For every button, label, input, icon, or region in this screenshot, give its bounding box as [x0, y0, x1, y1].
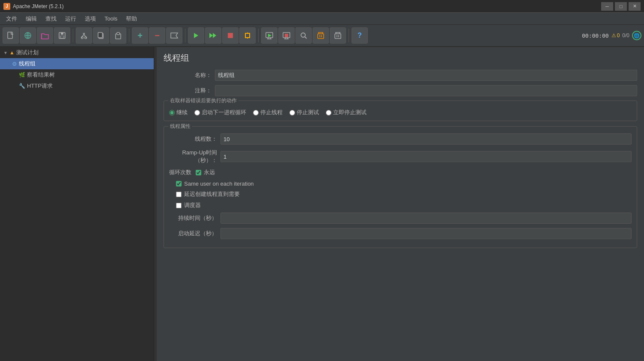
loop-forever-item[interactable]: 永远 [196, 169, 215, 176]
menu-edit[interactable]: 编辑 [21, 13, 41, 24]
copy-button[interactable] [93, 27, 109, 44]
same-user-label: Same user on each iteration [184, 180, 254, 187]
svg-marker-27 [268, 34, 271, 37]
sidebar-item-label-view-results: 察看结果树 [27, 71, 55, 79]
menu-options[interactable]: 选项 [80, 13, 100, 24]
error-count: 0/0 [622, 33, 629, 38]
loop-count-label: 循环次数 [169, 169, 191, 176]
action-stop-test-now-label: 立即停止测试 [333, 109, 367, 116]
toolbar: + − ? 00:00:00 ⚠ 0 [0, 25, 644, 47]
svg-rect-0 [8, 32, 12, 38]
comment-row: 注释： [164, 85, 637, 96]
delay-thread-item[interactable]: 延迟创建线程直到需要 [176, 190, 632, 198]
save-button[interactable] [54, 27, 70, 44]
error-actions-group: 继续 启动下一进程循环 停止线程 停止测试 立即停止测试 [169, 104, 632, 116]
scheduler-checkbox[interactable] [176, 203, 182, 208]
action-start-next-label: 启动下一进程循环 [202, 109, 246, 116]
action-continue-radio[interactable] [169, 110, 175, 115]
menu-search[interactable]: 查找 [41, 13, 61, 24]
action-start-next-radio[interactable] [194, 110, 200, 115]
clear-all-button[interactable] [330, 27, 346, 44]
svg-marker-18 [213, 33, 216, 38]
sidebar-item-test-plan[interactable]: ▼ ▲ 测试计划 [0, 47, 154, 58]
window-controls: ─ □ ✕ [601, 2, 641, 11]
ramp-up-input[interactable] [221, 151, 632, 162]
sidebar-item-label-http-request: HTTP请求 [27, 82, 53, 90]
minimize-button[interactable]: ─ [601, 2, 613, 11]
open-template-button[interactable] [20, 27, 36, 44]
startup-delay-input[interactable] [221, 228, 632, 239]
thread-group-icon: ⚙ [12, 61, 17, 67]
menu-run[interactable]: 运行 [61, 13, 80, 24]
cut-button[interactable] [76, 27, 92, 44]
shutdown-button[interactable] [239, 27, 256, 44]
action-stop-test-radio[interactable] [289, 110, 295, 115]
help-button[interactable]: ? [352, 27, 368, 44]
ramp-up-row: Ramp-Up时间（秒）： [169, 149, 632, 164]
action-stop-thread[interactable]: 停止线程 [253, 109, 283, 116]
thread-count-row: 线程数： [169, 133, 632, 145]
expand-arrow-icon: ▼ [3, 50, 8, 55]
thread-count-label: 线程数： [169, 135, 221, 143]
error-action-title: 在取样器错误后要执行的动作 [168, 97, 239, 104]
name-label: 名称： [164, 71, 215, 79]
svg-rect-6 [61, 33, 63, 35]
start-button[interactable] [188, 27, 204, 44]
loop-forever-label: 永远 [204, 169, 215, 176]
title-bar: J Apache JMeter (5.2.1) ─ □ ✕ [0, 0, 644, 13]
action-stop-test-now[interactable]: 立即停止测试 [326, 109, 367, 116]
svg-marker-17 [209, 33, 213, 38]
comment-label: 注释： [164, 87, 215, 95]
new-button[interactable] [3, 27, 19, 44]
warning-indicator: ⚠ 0 [611, 33, 620, 38]
menu-help[interactable]: 帮助 [122, 13, 141, 24]
comment-input[interactable] [215, 85, 637, 96]
action-stop-test[interactable]: 停止测试 [289, 109, 319, 116]
delay-thread-checkbox[interactable] [176, 192, 182, 197]
svg-rect-20 [245, 33, 250, 38]
clear-button[interactable] [313, 27, 329, 44]
sidebar-item-http-request[interactable]: 🔧 HTTP请求 [0, 80, 154, 92]
open-button[interactable] [37, 27, 53, 44]
action-continue[interactable]: 继续 [169, 109, 188, 116]
loop-forever-checkbox[interactable] [196, 170, 201, 175]
error-action-group: 在取样器错误后要执行的动作 继续 启动下一进程循环 停止线程 停止测试 [164, 101, 637, 121]
svg-rect-7 [60, 36, 64, 38]
stop-button[interactable] [222, 27, 239, 44]
maximize-button[interactable]: □ [615, 2, 627, 11]
app-icon: J [3, 3, 10, 10]
add-button[interactable]: + [132, 27, 148, 44]
action-stop-thread-radio[interactable] [253, 110, 259, 115]
search-button[interactable] [295, 27, 312, 44]
menu-bar: 文件 编辑 查找 运行 选项 Tools 帮助 [0, 13, 644, 25]
same-user-item[interactable]: Same user on each iteration [176, 180, 632, 187]
remote-stop-all-button[interactable] [278, 27, 295, 44]
panel-title: 线程组 [164, 52, 637, 64]
action-stop-test-now-radio[interactable] [326, 110, 331, 115]
close-button[interactable]: ✕ [629, 2, 641, 11]
svg-point-33 [301, 33, 305, 37]
globe-icon: 🌐 [632, 31, 641, 40]
sidebar-item-view-results[interactable]: 🌿 察看结果树 [0, 69, 154, 80]
duration-input[interactable] [221, 213, 632, 224]
svg-rect-35 [318, 34, 324, 38]
content-panel: 线程组 名称： 注释： 在取样器错误后要执行的动作 继续 启动下一进程循环 [157, 47, 644, 361]
svg-rect-32 [285, 34, 288, 37]
menu-tools[interactable]: Tools [100, 14, 122, 24]
thread-count-input[interactable] [221, 133, 632, 145]
start-no-pause-button[interactable] [205, 27, 221, 44]
sidebar-item-thread-group[interactable]: ⚙ 线程组 [0, 58, 154, 69]
same-user-checkbox[interactable] [176, 181, 182, 186]
menu-file[interactable]: 文件 [2, 13, 21, 24]
name-input[interactable] [215, 70, 637, 81]
paste-button[interactable] [110, 27, 126, 44]
action-start-next[interactable]: 启动下一进程循环 [194, 109, 246, 116]
app-title: Apache JMeter (5.2.1) [13, 3, 601, 9]
browse-button[interactable] [166, 27, 182, 44]
thread-props-title: 线程属性 [168, 123, 192, 130]
startup-delay-label: 启动延迟（秒） [169, 230, 221, 237]
remove-button[interactable]: − [149, 27, 165, 44]
scheduler-item[interactable]: 调度器 [176, 201, 632, 209]
remote-start-all-button[interactable] [261, 27, 277, 44]
sidebar-item-label-thread-group: 线程组 [19, 60, 36, 68]
